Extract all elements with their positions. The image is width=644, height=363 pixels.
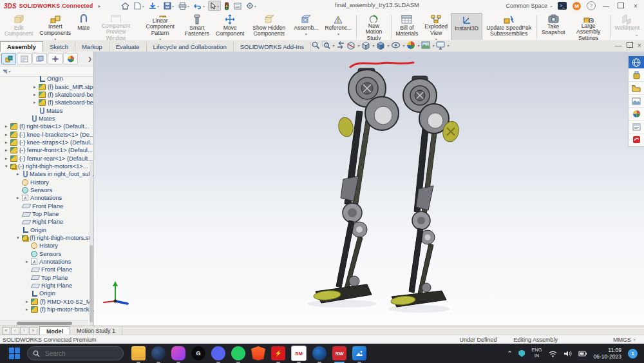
tree-item[interactable]: (-) knee-l-brackets<1> (De... — [0, 130, 93, 138]
game-controller-icon[interactable] — [171, 346, 185, 360]
dimxpert-manager-tab[interactable] — [48, 53, 62, 64]
close-button[interactable]: × — [631, 3, 640, 10]
tree-item[interactable]: (f) skateboard-beari... — [0, 91, 93, 99]
feature-manager-tab[interactable] — [1, 53, 16, 64]
tab-markup[interactable]: Markup — [75, 42, 109, 52]
doc-restore-button[interactable] — [627, 41, 633, 49]
tree-item[interactable]: (f) basic_MIR.stp<1... — [0, 83, 93, 90]
view-settings-icon[interactable] — [436, 41, 445, 50]
insert-components-button[interactable]: Insert Components — [36, 13, 74, 41]
tree-item[interactable]: (-) right-thigh-motors<1>... — [0, 162, 93, 170]
design-library-icon[interactable] — [629, 69, 644, 82]
home-icon[interactable] — [120, 1, 131, 10]
ribbon-collapse-chevron-icon[interactable]: ⌃ — [634, 34, 639, 40]
help-icon[interactable]: ? — [587, 1, 596, 10]
platform-console-icon[interactable]: >_ — [558, 2, 567, 10]
tree-item[interactable]: Top Plane — [0, 274, 93, 282]
tray-overflow-chevron-icon[interactable]: ⌃ — [507, 350, 513, 357]
units-selector[interactable]: MMGS▾ — [613, 337, 635, 343]
taskbar-search[interactable] — [27, 346, 124, 360]
tray-shield-icon[interactable] — [518, 350, 525, 357]
brand-menu-chevron-icon[interactable]: ▸ — [98, 3, 100, 9]
tab-scroll-last-icon[interactable]: » — [29, 327, 37, 335]
undo-icon[interactable]: ▾ — [193, 2, 206, 10]
tab-scroll-first-icon[interactable]: « — [2, 327, 10, 335]
photos-icon[interactable] — [352, 346, 366, 360]
tree-item[interactable]: (f) RMD-X10-S2_MIR... — [0, 298, 93, 306]
rebuild-traffic-light-icon[interactable] — [223, 1, 231, 11]
section-view-icon[interactable] — [346, 41, 355, 50]
tree-item[interactable]: Right Plane — [0, 218, 93, 226]
update-speedpak-subassemblies-button[interactable]: Update SpeedPak Subassemblies — [482, 13, 536, 41]
threedexperience-icon[interactable] — [629, 56, 644, 69]
tab-solidworks-add-ins[interactable]: SOLIDWORKS Add-Ins — [234, 42, 311, 52]
graphics-viewport[interactable] — [94, 52, 644, 326]
wifi-icon[interactable] — [549, 350, 557, 357]
tree-item[interactable]: Mates — [0, 106, 93, 114]
tab-sketch[interactable]: Sketch — [43, 42, 75, 52]
assembly-features-button[interactable]: Assemb... — [290, 13, 321, 41]
battery-icon[interactable] — [578, 350, 587, 357]
motion-study-tab[interactable]: Motion Study 1 — [70, 326, 122, 335]
tree-item[interactable]: Front Plane — [0, 266, 93, 273]
tree-item[interactable]: Annotations — [0, 258, 93, 266]
tree-item[interactable]: Origin — [0, 75, 93, 83]
show-hidden-components-button[interactable]: Show Hidden Components — [247, 13, 290, 41]
tree-item[interactable]: (f) hip-motor-brack... — [0, 306, 93, 313]
tree-item[interactable]: Sensors — [0, 186, 93, 194]
tree-item[interactable]: Front Plane — [0, 202, 93, 210]
view-palette-icon[interactable] — [629, 95, 644, 108]
previous-view-icon[interactable] — [336, 41, 345, 50]
steam-alt-icon[interactable] — [312, 346, 327, 360]
tab-assembly[interactable]: Assembly — [0, 41, 43, 52]
mate-button[interactable]: Mate — [74, 13, 93, 41]
whatsapp-icon[interactable] — [231, 346, 245, 360]
smart-fasteners-button[interactable]: Smart Fasteners — [182, 13, 213, 41]
model-tab[interactable]: Model — [39, 326, 70, 335]
logitech-g-icon[interactable]: G — [191, 346, 205, 360]
tree-item[interactable]: Origin — [0, 226, 93, 234]
tab-scroll-next-icon[interactable]: › — [20, 327, 28, 335]
tab-scroll-prev-icon[interactable]: ‹ — [11, 327, 19, 335]
tree-item[interactable]: (-) knee-straps<1> (Defaul... — [0, 139, 93, 146]
edit-component-button[interactable]: Edit Component — [1, 13, 36, 41]
new-motion-study-button[interactable]: New Motion Study — [358, 13, 390, 41]
hide-show-items-icon[interactable] — [391, 41, 401, 49]
file-explorer-icon[interactable] — [629, 82, 644, 95]
clock[interactable]: 11:0906-10-2023 — [594, 347, 621, 360]
zoom-to-area-icon[interactable] — [321, 41, 330, 50]
configuration-manager-tab[interactable] — [32, 53, 47, 64]
steam-icon[interactable] — [151, 346, 166, 360]
zoom-to-fit-icon[interactable] — [311, 41, 320, 50]
tree-item[interactable]: Annotations — [0, 194, 93, 202]
tab-lifecycle-and-collaboration[interactable]: Lifecycle and Collaboration — [147, 42, 234, 52]
user-avatar[interactable]: M — [573, 2, 581, 10]
tab-evaluate[interactable]: Evaluate — [109, 42, 147, 52]
options-gear-icon[interactable]: ▾ — [245, 1, 258, 10]
solidworks-icon[interactable]: SW — [332, 346, 346, 360]
select-cursor-icon[interactable]: ▾ — [208, 1, 221, 11]
search-input[interactable] — [44, 349, 104, 358]
display-style-icon[interactable] — [376, 41, 385, 50]
custom-properties-icon[interactable] — [629, 121, 644, 133]
tree-item[interactable]: History — [0, 242, 93, 250]
restore-button[interactable] — [616, 3, 625, 10]
save-icon[interactable]: ▾ — [162, 1, 175, 10]
move-component-button[interactable]: Move Component — [213, 13, 247, 41]
language-indicator[interactable]: ENGIN — [531, 348, 542, 358]
display-manager-tab[interactable] — [63, 53, 78, 64]
tree-item[interactable]: (f) right-thigh-motors.st... — [0, 234, 93, 242]
volume-icon[interactable] — [564, 350, 572, 357]
solidworks-resources-icon[interactable] — [629, 133, 644, 146]
tree-item[interactable]: (-) femur-front<1> (Defaul... — [0, 146, 93, 154]
workspace-selector[interactable]: Common Space▾ — [506, 3, 552, 9]
tree-item[interactable]: (f) skateboard-beari... — [0, 99, 93, 106]
doc-minimize-button[interactable]: — — [615, 41, 622, 49]
tree-item[interactable]: (f) right-tibia<1> (Default... — [0, 123, 93, 130]
lightning-app-icon[interactable]: ⚡ — [271, 346, 285, 360]
tree-item[interactable]: History — [0, 178, 93, 186]
appearances-scenes-icon[interactable] — [629, 108, 644, 121]
exploded-view-button[interactable]: Exploded View — [421, 13, 451, 41]
file-properties-icon[interactable] — [232, 2, 243, 10]
sm-red-app-icon[interactable]: SM — [291, 346, 307, 361]
